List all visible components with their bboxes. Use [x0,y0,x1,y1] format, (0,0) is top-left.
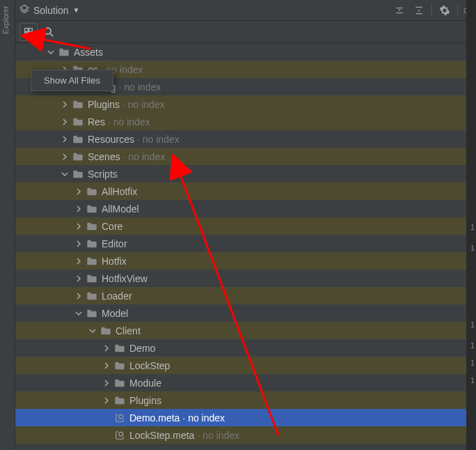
tree-node-label: Resources [88,134,134,145]
tree-row-Hotfix[interactable]: Hotfix [15,252,476,270]
expand-arrow-icon[interactable] [102,361,111,371]
expand-arrow-icon[interactable] [102,396,111,405]
expand-arrow-icon[interactable] [60,169,70,179]
search-icon[interactable] [42,25,56,39]
svg-line-10 [50,33,53,36]
no-index-label: · no index [108,116,150,127]
context-menu: Show All Files [31,70,113,91]
svg-rect-6 [29,28,33,31]
folder-icon [114,378,125,389]
expand-arrow-icon[interactable] [102,343,111,353]
tree-row-Res[interactable]: Res · no index [15,113,476,130]
show-all-files-button[interactable] [19,23,38,41]
tree-node-label: LockStep.meta [129,430,194,441]
svg-point-11 [119,414,123,419]
folder-icon [114,395,125,406]
expand-arrow-icon[interactable] [74,274,84,284]
tree-row-Plugins[interactable]: Plugins · no index [15,95,476,113]
tree-row-Core[interactable]: Core [15,217,476,235]
tree-node-label: HotfixView [102,273,148,284]
solution-tree[interactable]: Assetses · no indexConfig · no indexPlug… [15,43,476,450]
tree-row-AllHotfix[interactable]: AllHotfix [15,183,476,200]
no-index-label: · no index [182,412,225,424]
tree-row-Scenes[interactable]: Scenes · no index [15,148,476,165]
expand-arrow-icon[interactable] [102,378,111,388]
tree-node-label: Loader [102,290,132,302]
expand-arrow-icon[interactable] [74,222,84,231]
folder-icon [86,186,97,197]
svg-rect-5 [25,28,29,31]
tree-node-label: Client [116,325,141,336]
expand-arrow-icon[interactable] [88,326,97,336]
expand-arrow-icon[interactable] [60,134,70,144]
tree-row-AllModel[interactable]: AllModel [15,200,476,217]
expand-arrow-icon[interactable] [74,187,84,196]
folder-icon [72,169,84,180]
solution-toolbar: Solution ▼ cs [15,0,476,21]
folder-icon [100,325,111,336]
show-all-files-menuitem[interactable]: Show All Files [33,72,111,89]
tree-row-Loader[interactable]: Loader [15,287,476,304]
right-edge-strip: 1 1 1 1 1 1 [466,0,476,450]
expand-arrow-icon[interactable] [74,309,84,318]
folder-icon [86,273,97,284]
tree-node-label: AllModel [102,203,139,215]
tree-row-Scripts[interactable]: Scripts [15,165,476,183]
no-index-label: · no index [123,151,166,162]
tree-node-label: Scenes [88,151,120,162]
tree-node-label: Scripts [88,169,118,180]
folder-icon [86,308,97,319]
svg-rect-7 [25,32,29,36]
solution-title: Solution [33,5,69,16]
tree-row-HotfixView[interactable]: HotfixView [15,270,476,287]
tree-row-Editor[interactable]: Editor [15,235,476,252]
expand-arrow-icon [102,413,111,423]
folder-icon [86,221,97,232]
expand-arrow-icon[interactable] [60,152,70,162]
no-index-label: · no index [122,99,165,110]
expand-arrow-icon[interactable] [60,117,70,127]
left-sidebar: Explorer [0,0,15,450]
expand-arrow-icon[interactable] [74,256,84,266]
tree-row-Module[interactable]: Module [15,374,476,391]
tree-row-Client[interactable]: Client [15,322,476,339]
expand-icon[interactable] [412,3,426,17]
tree-row-Demo[interactable]: Demo [15,339,476,357]
tree-row-Resources[interactable]: Resources · no index [15,130,476,148]
tree-node-label: Core [102,221,122,232]
folder-icon [114,360,125,371]
tree-row-Plugins[interactable]: Plugins [15,391,476,409]
expand-arrow-icon[interactable] [74,291,84,301]
tree-row-Assets[interactable]: Assets [15,43,476,61]
folder-icon [86,256,97,267]
chevron-down-icon: ▼ [73,6,80,14]
file-icon [114,412,125,424]
expand-arrow-icon[interactable] [74,239,84,249]
tree-node-label: Editor [102,238,127,249]
tree-row-Demo.meta[interactable]: Demo.meta · no index [15,409,476,426]
tree-node-label: Assets [74,47,103,58]
folder-icon [72,134,84,145]
tree-node-label: Model [102,308,128,319]
gear-icon[interactable] [438,3,452,17]
expand-arrow-icon[interactable] [74,204,84,214]
solution-dropdown[interactable]: Solution ▼ [19,4,80,16]
no-index-label: · no index [137,134,180,145]
no-index-label: · no index [197,430,239,441]
collapse-icon[interactable] [392,3,406,17]
svg-point-9 [45,28,51,34]
svg-marker-0 [20,5,29,10]
file-icon [114,430,125,441]
folder-icon [114,343,125,354]
expand-arrow-icon [102,430,111,440]
tree-row-Model[interactable]: Model [15,304,476,322]
tree-row-LockStep[interactable]: LockStep [15,357,476,374]
tree-row-LockStep.meta[interactable]: LockStep.meta · no index [15,426,476,444]
tree-node-label: Plugins [88,99,120,110]
folder-icon [86,290,97,302]
expand-arrow-icon[interactable] [60,100,70,109]
tree-node-label: AllHotfix [102,186,137,197]
leftbar-label-explorer[interactable]: Explorer [1,6,10,34]
expand-arrow-icon[interactable] [46,47,56,57]
tree-node-label: Demo.meta [129,412,180,424]
